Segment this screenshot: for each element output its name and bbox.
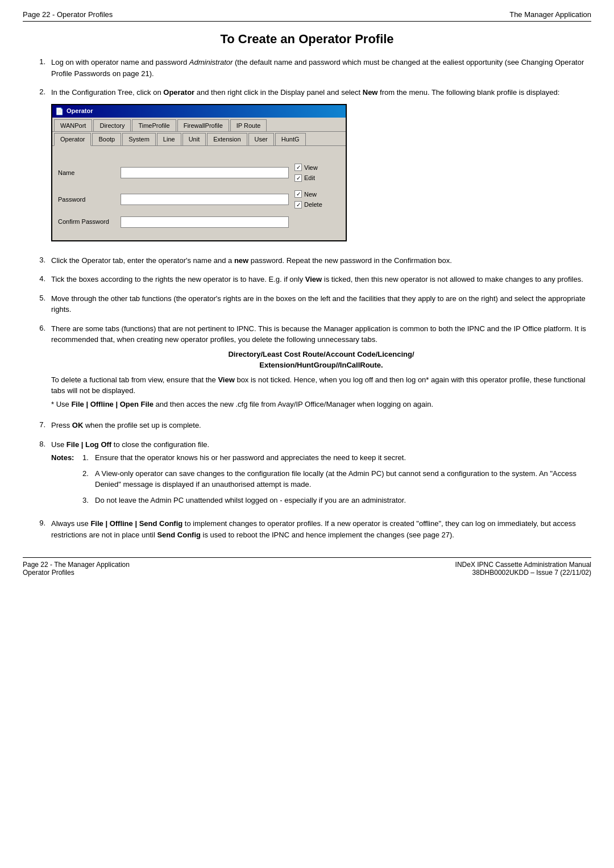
step-8-content: Use File | Log Off to close the configur… [51, 439, 591, 511]
password-input[interactable] [121, 194, 289, 205]
edit-label: Edit [304, 173, 315, 183]
footer-right-line2: 38DHB0002UKDD – Issue 7 (22/11/02) [455, 569, 591, 577]
confirm-password-row: Confirm Password [58, 216, 340, 228]
operator-form-body: Name ✓ View ✓ Edit [52, 146, 346, 240]
view-checkbox-row: ✓ View [294, 163, 340, 173]
checkboxes-col-2: ✓ New ✓ Delete [294, 190, 340, 210]
step-1-number: 1. [23, 57, 51, 66]
delete-label: Delete [304, 200, 322, 210]
header-left: Page 22 - Operator Profiles [23, 10, 113, 19]
step-7-number: 7. [23, 420, 51, 429]
footer-right: INDeX IPNC Cassette Administration Manua… [455, 561, 591, 577]
step-1-content: Log on with operator name and password A… [51, 57, 591, 79]
step-3: 3. Click the Operator tab, enter the ope… [23, 255, 591, 266]
note-3-number: 3. [82, 495, 95, 506]
footer-right-line1: INDeX IPNC Cassette Administration Manua… [455, 561, 591, 569]
tab-wanport[interactable]: WANPort [54, 119, 92, 132]
tab-system[interactable]: System [122, 133, 156, 145]
step-4-number: 4. [23, 274, 51, 283]
step-2-number: 2. [23, 87, 51, 96]
operator-window-title: Operator [67, 106, 93, 116]
tab-user[interactable]: User [248, 133, 274, 145]
confirm-password-label: Confirm Password [58, 217, 121, 227]
notes-block: Notes: 1. Ensure that the operator knows… [51, 452, 591, 510]
header-right: The Manager Application [509, 10, 591, 19]
note-2-number: 2. [82, 468, 95, 490]
tab-bootp[interactable]: Bootp [92, 133, 121, 145]
step-3-number: 3. [23, 255, 51, 264]
notes-label: Notes: [51, 452, 82, 510]
edit-checkbox[interactable]: ✓ [294, 174, 302, 182]
note-3-text: Do not leave the Admin PC unattended whi… [95, 495, 406, 506]
step-5: 5. Move through the other tab functions … [23, 293, 591, 315]
step-2-content: In the Configuration Tree, click on Oper… [51, 87, 591, 247]
tab-iproute[interactable]: IP Route [230, 119, 267, 132]
new-checkbox-row: ✓ New [294, 190, 340, 199]
step-2: 2. In the Configuration Tree, click on O… [23, 87, 591, 247]
operator-window: 📄 Operator WANPort Directory TimeProfile… [51, 104, 347, 241]
name-label: Name [58, 168, 121, 178]
name-row: Name ✓ View ✓ Edit [58, 163, 340, 183]
unnecessary-tabs: Directory/Least Cost Route/Account Code/… [51, 349, 591, 371]
tab-line[interactable]: Line [157, 133, 181, 145]
step-1: 1. Log on with operator name and passwor… [23, 57, 591, 79]
view-checkbox[interactable]: ✓ [294, 164, 302, 171]
new-label: New [304, 190, 317, 199]
footer-left-line1: Page 22 - The Manager Application [23, 561, 130, 569]
delete-checkbox[interactable]: ✓ [294, 201, 302, 208]
step-3-content: Click the Operator tab, enter the operat… [51, 255, 591, 266]
page-title: To Create an Operator Profile [23, 32, 591, 47]
tab-huntg[interactable]: HuntG [275, 133, 306, 145]
name-input[interactable] [121, 167, 289, 178]
password-row: Password ✓ New ✓ Delete [58, 190, 340, 210]
step-8-number: 8. [23, 439, 51, 448]
note-2-text: A View-only operator can save changes to… [95, 468, 591, 490]
step-6-content: There are some tabs (functions) that are… [51, 323, 591, 412]
note-2: 2. A View-only operator can save changes… [82, 468, 591, 490]
tab-operator[interactable]: Operator [54, 133, 91, 146]
step-4-content: Tick the boxes according to the rights t… [51, 274, 591, 285]
step-6-number: 6. [23, 323, 51, 332]
footer-left-line2: Operator Profiles [23, 569, 130, 577]
tab-timeprofile[interactable]: TimeProfile [132, 119, 176, 132]
step-5-number: 5. [23, 293, 51, 302]
notes-list: 1. Ensure that the operator knows his or… [82, 452, 591, 510]
new-checkbox[interactable]: ✓ [294, 190, 302, 198]
tab-unit[interactable]: Unit [182, 133, 206, 145]
delete-checkbox-row: ✓ Delete [294, 200, 340, 210]
bottom-footer: Page 22 - The Manager Application Operat… [23, 557, 591, 577]
password-label: Password [58, 195, 121, 205]
note-3: 3. Do not leave the Admin PC unattended … [82, 495, 591, 506]
step-7: 7. Press OK when the profile set up is c… [23, 420, 591, 431]
tab-firewallprofile[interactable]: FirewallProfile [177, 119, 229, 132]
footer-left: Page 22 - The Manager Application Operat… [23, 561, 130, 577]
instructions-list: 1. Log on with operator name and passwor… [23, 57, 591, 540]
step-9-number: 9. [23, 518, 51, 527]
note-1-number: 1. [82, 452, 95, 464]
step-5-content: Move through the other tab functions (th… [51, 293, 591, 315]
edit-checkbox-row: ✓ Edit [294, 173, 340, 183]
confirm-password-input[interactable] [121, 216, 289, 228]
step-9-content: Always use File | Offline | Send Config … [51, 518, 591, 540]
tabs-top-row: WANPort Directory TimeProfile FirewallPr… [52, 118, 346, 132]
tab-directory[interactable]: Directory [93, 119, 131, 132]
step-8: 8. Use File | Log Off to close the confi… [23, 439, 591, 511]
step-6: 6. There are some tabs (functions) that … [23, 323, 591, 412]
note-1: 1. Ensure that the operator knows his or… [82, 452, 591, 464]
step-4: 4. Tick the boxes according to the right… [23, 274, 591, 285]
step-9: 9. Always use File | Offline | Send Conf… [23, 518, 591, 540]
operator-window-titlebar: 📄 Operator [52, 105, 346, 118]
view-label: View [304, 163, 318, 173]
note-1-text: Ensure that the operator knows his or he… [95, 452, 406, 464]
step-7-content: Press OK when the profile set up is comp… [51, 420, 591, 431]
tabs-bottom-row: Operator Bootp System Line Unit Extensio… [52, 132, 346, 146]
operator-icon: 📄 [55, 106, 64, 116]
tab-extension[interactable]: Extension [207, 133, 247, 145]
checkboxes-col: ✓ View ✓ Edit [294, 163, 340, 183]
